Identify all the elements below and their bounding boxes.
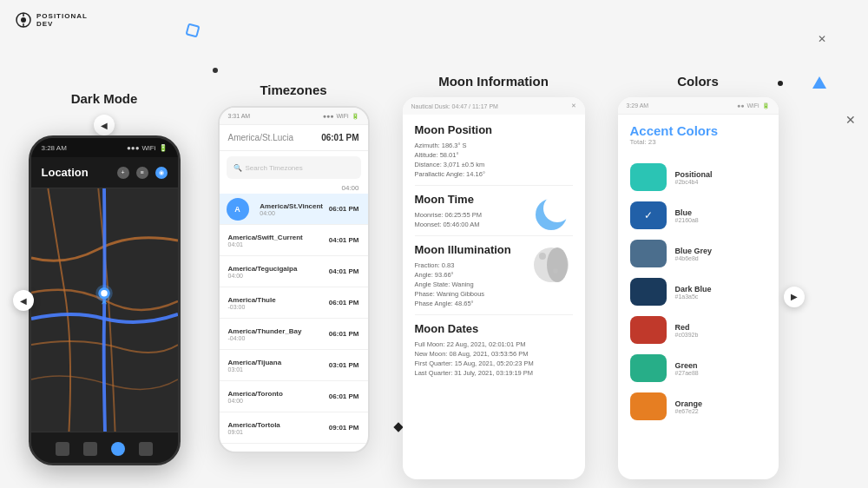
color-name: Positional <box>675 170 766 179</box>
search-icon-tz: 🔍 <box>233 164 242 172</box>
dark-mode-label: Dark Mode <box>71 91 138 106</box>
svg-point-10 <box>536 199 567 230</box>
svg-point-7 <box>101 290 108 297</box>
color-item[interactable]: Dark Blue #1a3a5c <box>618 273 779 311</box>
moon-card: Nautical Dusk: 04:47 / 11:17 PM ✕ Moon P… <box>403 97 585 479</box>
color-name: Blue Grey <box>675 247 766 255</box>
colors-section: Colors 3:29 AM ●●WiFi🔋 Accent Colors Tot… <box>607 74 789 479</box>
color-name: Red <box>675 323 766 332</box>
tz-list: A America/St.Vincent 04:00 06:01 PM Amer… <box>220 194 368 453</box>
color-item[interactable]: Blue Grey #4b6e8d <box>618 234 779 273</box>
svg-point-1 <box>21 17 26 23</box>
color-swatch <box>630 354 667 382</box>
settings-icon[interactable] <box>139 442 153 456</box>
color-hex: #4b6e8d <box>675 255 766 261</box>
tz-search[interactable]: 🔍 Search Timezones <box>227 156 361 179</box>
moon-label: Moon Information <box>438 74 549 89</box>
tz-header: America/St.Lucia 06:01 PM <box>220 125 368 151</box>
color-swatch <box>630 316 667 344</box>
arrow-right-btn[interactable]: ▶ <box>784 287 805 307</box>
location-nav-icon[interactable] <box>111 442 125 456</box>
colors-header: Accent Colors Total: 23 <box>618 115 779 158</box>
tz-list-item[interactable]: America/Swift_Current 04:01 04:01 PM <box>220 225 368 256</box>
color-swatch <box>630 278 667 306</box>
moon-time-section: Moon Time Moonrise: 06:25:55 PM Moonset:… <box>415 193 573 228</box>
deco-dot-1 <box>213 68 218 73</box>
svg-point-12 <box>547 247 568 282</box>
close-icon-top[interactable]: ✕ <box>818 33 826 45</box>
tz-list-item[interactable]: America/Toronto 04:00 06:01 PM <box>220 381 368 412</box>
color-item[interactable]: ✓ Blue #2160a8 <box>618 196 779 234</box>
location-icon[interactable]: ◉ <box>155 167 168 179</box>
status-bar-dark: 3:28 AM ●●● WiFi 🔋 <box>31 138 178 157</box>
color-swatch <box>630 392 667 420</box>
color-hex: #e67e22 <box>675 408 766 414</box>
color-name: Dark Blue <box>675 285 766 293</box>
color-swatch <box>630 240 667 267</box>
home-icon[interactable] <box>56 442 69 456</box>
dark-mode-phone: 3:28 AM ●●● WiFi 🔋 Location + ≡ ◉ <box>29 135 181 465</box>
tz-list-item[interactable]: America/Tegucigalpa 04:00 04:01 PM <box>220 256 368 287</box>
logo-text: POSITIONAL DEV <box>36 12 88 28</box>
tz-avatar: A <box>227 198 249 221</box>
map-pin <box>91 285 117 311</box>
accent-total: Total: 23 <box>630 138 766 146</box>
tz-status-bar: 3:31 AM ●●●WiFi🔋 <box>220 108 368 125</box>
tz-list-item[interactable]: America/Tijuana 03:01 03:01 PM <box>220 350 368 381</box>
moon-top-bar: Nautical Dusk: 04:47 / 11:17 PM ✕ <box>403 97 585 115</box>
search-icon[interactable] <box>83 442 97 456</box>
moon-section: Moon Information Nautical Dusk: 04:47 / … <box>396 74 591 479</box>
color-hex: #2160a8 <box>675 217 766 223</box>
color-swatch <box>630 163 667 191</box>
gibbous-moon-icon <box>529 243 573 287</box>
accent-colors-title: Accent Colors <box>630 123 766 138</box>
tz-list-item[interactable]: America/Tortola 09:01 09:01 PM <box>220 412 368 444</box>
timezones-label: Timezones <box>260 82 326 97</box>
prev-arrow[interactable]: ◀ <box>94 115 115 135</box>
moon-illumination-section: Moon Illumination Fraction: 0.83 Angle: … <box>415 243 573 307</box>
phone-header-dark: Location + ≡ ◉ <box>31 157 178 188</box>
color-name: Blue <box>675 208 766 217</box>
tz-list-item[interactable]: America/Thule -03:00 06:01 PM <box>220 287 368 319</box>
logo: POSITIONAL DEV <box>16 12 88 28</box>
header-icons: + ≡ ◉ <box>117 167 168 179</box>
color-hex: #c0392b <box>675 332 766 338</box>
phone-bottom-bar <box>31 432 178 465</box>
logo-icon <box>16 12 31 28</box>
map-area <box>31 188 178 432</box>
add-icon[interactable]: + <box>117 167 129 179</box>
color-item[interactable]: Green #27ae88 <box>618 349 779 387</box>
color-name: Orange <box>675 399 766 408</box>
deco-square-1 <box>185 23 200 37</box>
timezones-section: Timezones 3:31 AM ●●●WiFi🔋 America/St.Lu… <box>207 82 380 453</box>
tz-list-item[interactable]: America/Thunder_Bay -04:00 06:01 PM <box>220 319 368 350</box>
tz-list-item[interactable]: America/Vancouver -07:00 03:01 PM <box>220 444 368 453</box>
colors-card: 3:29 AM ●●WiFi🔋 Accent Colors Total: 23 … <box>618 97 779 479</box>
colors-status-bar: 3:29 AM ●●WiFi🔋 <box>618 97 779 115</box>
color-hex: #2bc4b4 <box>675 179 766 185</box>
timezones-phone: 3:31 AM ●●●WiFi🔋 America/St.Lucia 06:01 … <box>218 106 370 453</box>
color-hex: #1a3a5c <box>675 293 766 300</box>
color-item[interactable]: Orange #e67e22 <box>618 387 779 425</box>
colors-list: Positional #2bc4b4 ✓ Blue #2160a8 Blue G… <box>618 158 779 425</box>
dark-mode-section: Dark Mode ◀ ◀ 3:28 AM ●●● WiFi 🔋 <box>17 91 191 465</box>
moon-crescent-icon <box>529 193 573 236</box>
svg-point-13 <box>539 253 546 260</box>
arrow-left-btn[interactable]: ◀ <box>13 290 34 311</box>
color-item[interactable]: Red #c0392b <box>618 311 779 349</box>
colors-label: Colors <box>677 74 719 89</box>
tz-list-item-highlighted[interactable]: A America/St.Vincent 04:00 06:01 PM <box>220 194 368 225</box>
color-swatch: ✓ <box>630 201 667 229</box>
check-icon: ✓ <box>644 209 653 221</box>
location-title: Location <box>42 166 89 179</box>
color-name: Green <box>675 361 766 370</box>
moon-dates-section: Moon Dates Full Moon: 22 Aug, 2021, 02:0… <box>415 322 573 377</box>
menu-icon[interactable]: ≡ <box>136 167 148 179</box>
svg-point-14 <box>553 268 558 274</box>
color-hex: #27ae88 <box>675 370 766 376</box>
moon-position-section: Moon Position Azimuth: 186.3° S Altitude… <box>415 123 573 178</box>
color-item[interactable]: Positional #2bc4b4 <box>618 158 779 196</box>
tz-items-list: America/Swift_Current 04:01 04:01 PM Ame… <box>220 225 368 453</box>
